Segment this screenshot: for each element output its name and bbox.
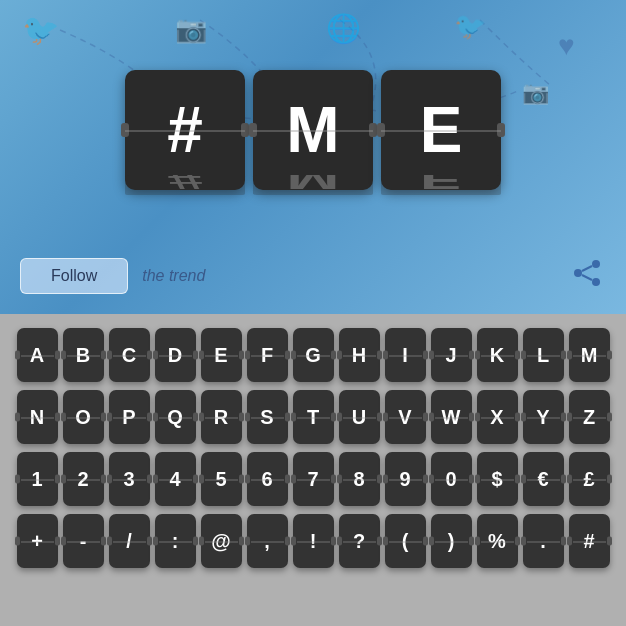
key-9[interactable]: 9 [385, 452, 426, 506]
flip-tile-m: M [253, 70, 373, 190]
key-euro[interactable]: € [523, 452, 564, 506]
top-section: 🐦 📷 🌐 🐦 ♥ 📍 🌐 📷 # M E [0, 0, 626, 314]
key-exclaim[interactable]: ! [293, 514, 334, 568]
key-5[interactable]: 5 [201, 452, 242, 506]
key-J[interactable]: J [431, 328, 472, 382]
key-G[interactable]: G [293, 328, 334, 382]
key-Q[interactable]: Q [155, 390, 196, 444]
svg-point-9 [592, 278, 600, 286]
key-L[interactable]: L [523, 328, 564, 382]
key-N[interactable]: N [17, 390, 58, 444]
key-4[interactable]: 4 [155, 452, 196, 506]
reflect-m: M [253, 175, 373, 195]
svg-point-8 [592, 260, 600, 268]
key-slash[interactable]: / [109, 514, 150, 568]
key-E[interactable]: E [201, 328, 242, 382]
key-T[interactable]: T [293, 390, 334, 444]
svg-text:📷: 📷 [522, 79, 550, 106]
svg-text:📷: 📷 [175, 13, 208, 45]
key-V[interactable]: V [385, 390, 426, 444]
key-0[interactable]: 0 [431, 452, 472, 506]
key-1[interactable]: 1 [17, 452, 58, 506]
flipboard-reflection: # M E [125, 195, 501, 245]
key-percent[interactable]: % [477, 514, 518, 568]
key-6[interactable]: 6 [247, 452, 288, 506]
keyboard-section: A B C D E F G H I J K L M N O P Q R S T … [0, 314, 626, 626]
key-3[interactable]: 3 [109, 452, 150, 506]
key-Z[interactable]: Z [569, 390, 610, 444]
flip-tile-e: E [381, 70, 501, 190]
key-pound[interactable]: £ [569, 452, 610, 506]
key-R[interactable]: R [201, 390, 242, 444]
key-B[interactable]: B [63, 328, 104, 382]
key-row-2: N O P Q R S T U V W X Y Z [10, 390, 616, 444]
key-U[interactable]: U [339, 390, 380, 444]
key-X[interactable]: X [477, 390, 518, 444]
key-dollar[interactable]: $ [477, 452, 518, 506]
key-2[interactable]: 2 [63, 452, 104, 506]
key-at[interactable]: @ [201, 514, 242, 568]
key-D[interactable]: D [155, 328, 196, 382]
key-dot[interactable]: . [523, 514, 564, 568]
key-H[interactable]: H [339, 328, 380, 382]
key-P[interactable]: P [109, 390, 150, 444]
follow-button[interactable]: Follow [20, 258, 128, 294]
key-minus[interactable]: - [63, 514, 104, 568]
share-icon[interactable] [572, 260, 602, 293]
key-rparen[interactable]: ) [431, 514, 472, 568]
key-row-4: + - / : @ , ! ? ( ) % . # [10, 514, 616, 568]
key-colon[interactable]: : [155, 514, 196, 568]
svg-text:🌐: 🌐 [326, 12, 361, 45]
flipboard-display: # M E [125, 70, 501, 190]
key-O[interactable]: O [63, 390, 104, 444]
trend-text: the trend [142, 267, 205, 285]
key-K[interactable]: K [477, 328, 518, 382]
reflect-hash: # [125, 175, 245, 195]
key-7[interactable]: 7 [293, 452, 334, 506]
key-Y[interactable]: Y [523, 390, 564, 444]
svg-point-10 [574, 269, 582, 277]
key-hash[interactable]: # [569, 514, 610, 568]
key-C[interactable]: C [109, 328, 150, 382]
svg-line-11 [582, 266, 592, 271]
key-M[interactable]: M [569, 328, 610, 382]
svg-text:🐦: 🐦 [454, 10, 487, 42]
key-I[interactable]: I [385, 328, 426, 382]
key-W[interactable]: W [431, 390, 472, 444]
flip-tile-hash: # [125, 70, 245, 190]
key-lparen[interactable]: ( [385, 514, 426, 568]
key-8[interactable]: 8 [339, 452, 380, 506]
reflect-e: E [381, 175, 501, 195]
key-row-3: 1 2 3 4 5 6 7 8 9 0 $ € £ [10, 452, 616, 506]
svg-text:♥: ♥ [558, 30, 575, 61]
svg-text:🐦: 🐦 [22, 12, 60, 48]
key-S[interactable]: S [247, 390, 288, 444]
key-A[interactable]: A [17, 328, 58, 382]
bottom-bar: Follow the trend [0, 258, 626, 294]
key-question[interactable]: ? [339, 514, 380, 568]
svg-line-12 [582, 275, 592, 280]
key-comma[interactable]: , [247, 514, 288, 568]
key-row-1: A B C D E F G H I J K L M [10, 328, 616, 382]
key-plus[interactable]: + [17, 514, 58, 568]
key-F[interactable]: F [247, 328, 288, 382]
